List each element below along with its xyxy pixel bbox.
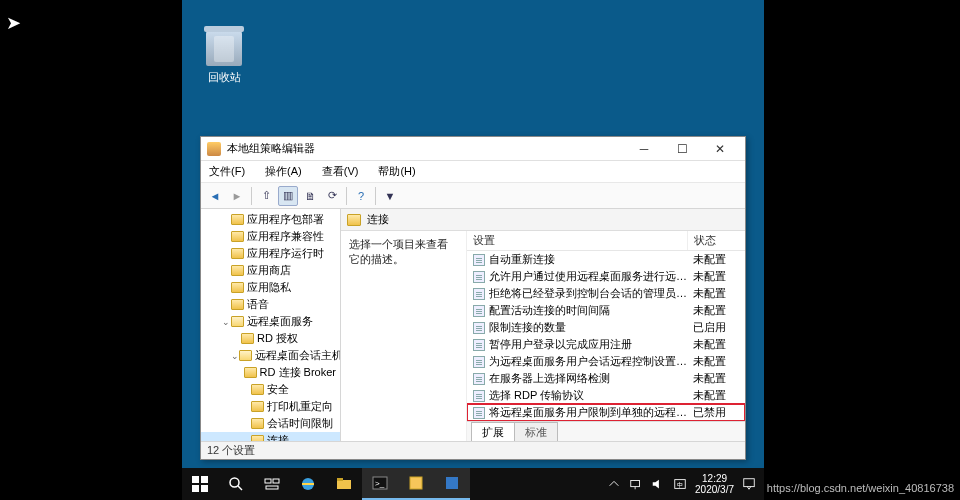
action-center-icon[interactable]	[742, 477, 756, 491]
tray-volume-icon[interactable]	[651, 477, 665, 491]
watermark: https://blog.csdn.net/weixin_40816738	[767, 482, 954, 494]
tree-label: 应用商店	[247, 263, 291, 278]
svg-rect-2	[192, 485, 199, 492]
policy-icon	[473, 288, 485, 300]
setting-row[interactable]: 自动重新连接未配置	[467, 251, 745, 268]
folder-icon	[231, 265, 244, 276]
menu-action[interactable]: 操作(A)	[261, 162, 306, 181]
tray-chevron-up-icon[interactable]	[607, 477, 621, 491]
system-tray[interactable]: 中 12:29 2020/3/7	[607, 473, 764, 496]
svg-text:>_: >_	[375, 479, 385, 488]
col-setting[interactable]: 设置	[467, 231, 687, 250]
tree-twisty-icon[interactable]: ⌄	[221, 317, 231, 327]
task-view-icon[interactable]	[254, 468, 290, 500]
recycle-bin-icon	[206, 30, 242, 66]
back-button[interactable]: ◄	[205, 186, 225, 206]
menu-help[interactable]: 帮助(H)	[374, 162, 419, 181]
setting-label: 为远程桌面服务用户会话远程控制设置规则	[489, 354, 687, 369]
setting-label: 暂停用户登录以完成应用注册	[489, 337, 632, 352]
tree-node[interactable]: 应用隐私	[201, 279, 340, 296]
tree-label: 会话时间限制	[267, 416, 333, 431]
tree-node[interactable]: 打印机重定向	[201, 398, 340, 415]
tree-node[interactable]: 应用商店	[201, 262, 340, 279]
folder-icon	[231, 282, 244, 293]
tab-standard[interactable]: 标准	[514, 422, 558, 441]
taskbar-ie[interactable]	[290, 468, 326, 500]
setting-row[interactable]: 为远程桌面服务用户会话远程控制设置规则未配置	[467, 353, 745, 370]
setting-row[interactable]: 配置活动连接的时间间隔未配置	[467, 302, 745, 319]
taskbar-gpedit[interactable]	[398, 468, 434, 500]
setting-label: 选择 RDP 传输协议	[489, 388, 584, 403]
tree-node[interactable]: 应用程序兼容性	[201, 228, 340, 245]
tree-node[interactable]: 应用程序包部署	[201, 211, 340, 228]
tab-extended[interactable]: 扩展	[471, 422, 515, 441]
tree-node[interactable]: RD 连接 Broker	[201, 364, 340, 381]
taskbar-cmd[interactable]: >_	[362, 468, 398, 500]
svg-text:中: 中	[677, 481, 683, 488]
search-icon[interactable]	[218, 468, 254, 500]
menu-view[interactable]: 查看(V)	[318, 162, 363, 181]
tree-node[interactable]: 应用程序运行时	[201, 245, 340, 262]
setting-row[interactable]: 将远程桌面服务用户限制到单独的远程桌面服务会话已禁用	[467, 404, 745, 421]
help-button[interactable]: ?	[351, 186, 371, 206]
policy-icon	[473, 339, 485, 351]
setting-label: 将远程桌面服务用户限制到单独的远程桌面服务会话	[489, 405, 687, 420]
column-headers[interactable]: 设置 状态	[467, 231, 745, 251]
menu-file[interactable]: 文件(F)	[205, 162, 249, 181]
description-panel: 选择一个项目来查看它的描述。	[341, 231, 467, 441]
policy-icon	[473, 373, 485, 385]
close-button[interactable]: ✕	[701, 138, 739, 160]
start-button[interactable]	[182, 468, 218, 500]
toolbar-separator	[251, 187, 252, 205]
setting-state: 未配置	[687, 354, 745, 369]
setting-row[interactable]: 拒绝将已经登录到控制台会话的管理员注销未配置	[467, 285, 745, 302]
tree-node[interactable]: RD 授权	[201, 330, 340, 347]
folder-icon	[231, 248, 244, 259]
setting-row[interactable]: 允许用户通过使用远程桌面服务进行远程连接未配置	[467, 268, 745, 285]
setting-row[interactable]: 在服务器上选择网络检测未配置	[467, 370, 745, 387]
setting-row[interactable]: 限制连接的数量已启用	[467, 319, 745, 336]
filter-button[interactable]: ▼	[380, 186, 400, 206]
setting-state: 未配置	[687, 371, 745, 386]
export-list-button[interactable]: 🗎	[300, 186, 320, 206]
taskbar[interactable]: >_ 中 12:29 2020/3/7	[182, 468, 764, 500]
minimize-button[interactable]: ─	[625, 138, 663, 160]
status-bar: 12 个设置	[201, 441, 745, 459]
tree-node[interactable]: 语音	[201, 296, 340, 313]
settings-list: 设置 状态 自动重新连接未配置允许用户通过使用远程桌面服务进行远程连接未配置拒绝…	[467, 231, 745, 441]
nav-tree[interactable]: 应用程序包部署应用程序兼容性应用程序运行时应用商店应用隐私语音⌄远程桌面服务RD…	[201, 209, 341, 441]
svg-line-5	[238, 486, 242, 490]
recycle-bin-label: 回收站	[195, 70, 253, 85]
setting-row[interactable]: 选择 RDP 传输协议未配置	[467, 387, 745, 404]
right-pane: 连接 选择一个项目来查看它的描述。 设置 状态 自动重新连接未配置允许用户通过使…	[341, 209, 745, 441]
col-state[interactable]: 状态	[687, 231, 745, 250]
setting-state: 未配置	[687, 337, 745, 352]
svg-rect-11	[337, 478, 343, 481]
tree-node[interactable]: 会话时间限制	[201, 415, 340, 432]
tree-node[interactable]: ⌄远程桌面服务	[201, 313, 340, 330]
tree-label: RD 授权	[257, 331, 298, 346]
titlebar[interactable]: 本地组策略编辑器 ─ ☐ ✕	[201, 137, 745, 161]
up-button[interactable]: ⇧	[256, 186, 276, 206]
taskbar-app[interactable]	[434, 468, 470, 500]
taskbar-explorer[interactable]	[326, 468, 362, 500]
show-hide-tree-button[interactable]: ▥	[278, 186, 298, 206]
setting-label: 自动重新连接	[489, 252, 555, 267]
tree-node[interactable]: ⌄远程桌面会话主机	[201, 347, 340, 364]
status-text: 12 个设置	[207, 443, 255, 458]
tree-twisty-icon[interactable]: ⌄	[231, 351, 239, 361]
svg-rect-16	[631, 481, 640, 487]
tree-node[interactable]: 连接	[201, 432, 340, 441]
tray-ime-icon[interactable]: 中	[673, 477, 687, 491]
clock[interactable]: 12:29 2020/3/7	[695, 473, 734, 496]
setting-label: 在服务器上选择网络检测	[489, 371, 610, 386]
refresh-button[interactable]: ⟳	[322, 186, 342, 206]
settings-rows[interactable]: 自动重新连接未配置允许用户通过使用远程桌面服务进行远程连接未配置拒绝将已经登录到…	[467, 251, 745, 421]
forward-button[interactable]: ►	[227, 186, 247, 206]
setting-row[interactable]: 暂停用户登录以完成应用注册未配置	[467, 336, 745, 353]
tree-node[interactable]: 安全	[201, 381, 340, 398]
maximize-button[interactable]: ☐	[663, 138, 701, 160]
svg-rect-0	[192, 476, 199, 483]
recycle-bin[interactable]: 回收站	[195, 30, 253, 85]
tray-network-icon[interactable]	[629, 477, 643, 491]
